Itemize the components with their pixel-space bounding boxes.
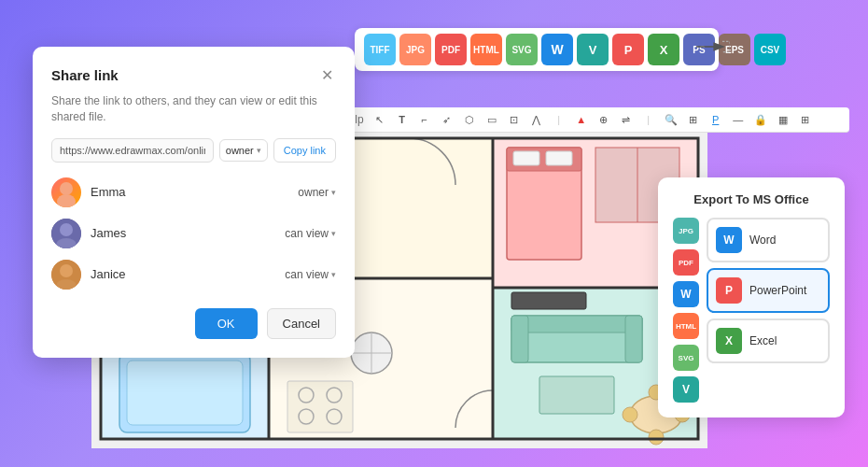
export-card-excel[interactable]: X Excel [707,318,830,363]
image-icon[interactable]: ▭ [483,111,500,128]
modal-header: Share link ✕ [51,65,336,84]
word-label: Word [749,234,776,247]
copy-link-button[interactable]: Copy link [273,138,336,163]
modal-description: Share the link to others, and they can v… [51,93,336,125]
export-title: Export To MS Office [673,192,830,206]
avatar-janice [51,260,81,290]
lock-icon[interactable]: 🔒 [752,111,769,128]
user-row-james: James can view ▾ [51,219,336,248]
svg-rect-37 [625,316,642,362]
fill-icon[interactable]: ▲ [573,111,590,128]
avatar-emma [51,177,81,207]
fit-icon[interactable]: ⊡ [506,111,523,128]
excel-label: Excel [749,334,777,347]
share-modal: Share link ✕ Share the link to others, a… [33,47,355,358]
text-icon[interactable]: T [394,111,411,128]
role-chevron-janice: ▾ [331,270,336,279]
trim-icon[interactable]: ⇌ [618,111,635,128]
html-button[interactable]: HTML [470,34,502,65]
export-grid: JPG PDF W HTML SVG V W Word P PowerPoint [673,218,830,403]
arrow-icon[interactable]: ➶ [439,111,455,128]
user-row-emma: Emma owner ▾ [51,177,336,207]
export-icon-v[interactable]: V [673,376,699,403]
grid-icon[interactable]: ⊞ [797,111,814,128]
svg-point-58 [60,264,73,277]
export-card-powerpoint[interactable]: P PowerPoint [707,268,830,313]
ok-button[interactable]: OK [195,308,258,339]
svg-point-44 [623,407,637,422]
svg-button[interactable]: SVG [506,34,538,65]
export-icon-w[interactable]: W [673,281,699,307]
permission-label: owner [226,145,254,156]
user-list: Emma owner ▾ James can view ▾ Janice can… [51,177,336,290]
user-name-janice: Janice [91,267,275,281]
divider2: | [640,111,657,128]
user-row-janice: Janice can view ▾ [51,260,336,290]
visio-button[interactable]: V [577,34,609,65]
tiff-button[interactable]: TIFF [364,34,396,65]
line-icon[interactable]: — [730,111,747,128]
link-row: owner ▾ Copy link [51,138,336,163]
permission-chevron: ▾ [257,146,261,155]
tool-icons: ↖ T ⌐ ➶ ⬡ ▭ ⊡ ⋀ | ▲ ⊕ ⇌ | 🔍 ⊞ P — 🔒 ▦ ⊞ [371,111,814,128]
crop-icon[interactable]: ⊕ [595,111,612,128]
svg-point-55 [60,223,73,236]
excel-button[interactable]: X [648,34,679,65]
word-icon: W [716,227,742,253]
svg-rect-11 [513,151,539,165]
export-card-word[interactable]: W Word [707,218,830,262]
export-cards: W Word P PowerPoint X Excel [707,218,830,403]
export-panel: Export To MS Office JPG PDF W HTML SVG V… [658,177,845,417]
divider: | [551,111,567,128]
user-role-james[interactable]: can view ▾ [285,227,336,240]
svg-rect-35 [511,316,642,333]
cursor-icon[interactable]: ↖ [371,111,388,128]
svg-point-43 [649,430,664,445]
user-name-emma: Emma [91,185,288,199]
export-icon-html[interactable]: HTML [673,313,699,339]
svg-point-52 [60,182,73,195]
role-chevron-james: ▾ [331,229,336,238]
export-left-icons: JPG PDF W HTML SVG V [673,218,699,403]
user-role-janice[interactable]: can view ▾ [285,268,336,281]
svg-rect-36 [511,316,528,362]
format-toolbar: TIFF JPG PDF HTML SVG W V P X PS EPS CSV [355,28,719,71]
export-icon-svg[interactable]: SVG [673,345,699,371]
user-name-james: James [91,226,275,240]
svg-rect-38 [539,376,614,414]
role-chevron-emma: ▾ [331,188,336,197]
svg-point-53 [57,194,76,207]
svg-rect-27 [287,381,353,432]
link-input[interactable] [51,138,214,163]
angle-icon[interactable]: ⌐ [416,111,433,128]
role-label-james: can view [285,227,329,240]
pdf-button[interactable]: PDF [435,34,467,65]
powerpoint-icon: P [716,277,742,304]
jpg-button[interactable]: JPG [399,34,431,65]
word-format-button[interactable]: W [541,34,573,65]
close-button[interactable]: ✕ [317,65,336,84]
excel-icon: X [716,328,742,354]
mountain-icon[interactable]: ⋀ [528,111,545,128]
csv-button[interactable]: CSV [754,34,786,65]
user-role-emma[interactable]: owner ▾ [298,186,336,199]
help-bar: Help ↖ T ⌐ ➶ ⬡ ▭ ⊡ ⋀ | ▲ ⊕ ⇌ | 🔍 ⊞ P — 🔒… [331,107,849,133]
export-icon-pdf[interactable]: PDF [673,249,699,276]
role-label-emma: owner [298,186,329,199]
shape-icon[interactable]: ⬡ [461,111,478,128]
export-icon-jpg[interactable]: JPG [673,218,699,244]
ppt-button[interactable]: P [612,34,644,65]
pen-icon[interactable]: P [707,111,724,128]
role-label-janice: can view [285,268,329,281]
powerpoint-label: PowerPoint [749,284,806,297]
zoom-icon[interactable]: 🔍 [663,111,679,128]
modal-title: Share link [51,67,119,83]
arrow-indicator [693,35,730,58]
permission-select[interactable]: owner ▾ [219,139,268,162]
modal-footer: OK Cancel [51,308,336,339]
frame-icon[interactable]: ⊞ [685,111,702,128]
table-icon[interactable]: ▦ [775,111,791,128]
svg-rect-20 [127,361,243,425]
svg-rect-39 [511,292,586,309]
cancel-button[interactable]: Cancel [267,308,336,339]
